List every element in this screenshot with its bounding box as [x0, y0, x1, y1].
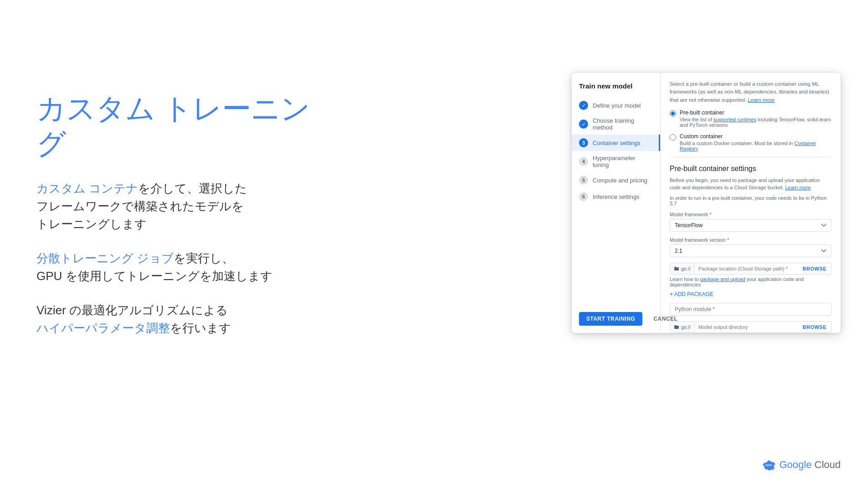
custom-radio-content: Custom container Build a custom Docker c… [680, 133, 832, 151]
step5-label: Compute and pricing [593, 177, 647, 184]
step1-check-icon: ✓ [579, 101, 588, 110]
package-upload-link[interactable]: package and upload [700, 276, 745, 282]
package-learn-text: Learn how to package and upload your app… [670, 276, 832, 287]
sidebar-item-compute-pricing[interactable]: 5 Compute and pricing [572, 172, 660, 188]
framework-label: Model framework * [670, 212, 832, 217]
folder-icon [674, 266, 679, 271]
package-location-wrapper: gs:// BROWSE [670, 263, 832, 275]
start-training-button[interactable]: START TRAINING [579, 312, 642, 326]
hyperparameter-link[interactable]: ハイパーパラメータ調整 [36, 321, 170, 335]
output-browse-button[interactable]: BROWSE [798, 322, 832, 333]
sidebar-item-training-method[interactable]: ✓ Choose training method [572, 114, 660, 135]
python-module-input[interactable] [670, 303, 832, 316]
google-cloud-logo: Google Cloud [762, 459, 841, 471]
train-dialog: Train new model ✓ Define your model ✓ Ch… [572, 73, 841, 333]
dialog-main-content: Select a pre-built container or build a … [661, 73, 841, 333]
version-select[interactable]: 2.1 2.0 1.15 1.14 [670, 244, 832, 257]
info-text: Before you begin, you need to package an… [670, 177, 832, 192]
info-learn-more-link[interactable]: Learn more [785, 185, 811, 190]
section2: 分散トレーニング ジョブを実行し、 GPU を使用してトレーニングを加速します [36, 250, 319, 285]
sidebar-item-inference[interactable]: 6 Inference settings [572, 188, 660, 205]
section2-text: 分散トレーニング ジョブを実行し、 GPU を使用してトレーニングを加速します [36, 250, 319, 285]
step3-label: Container settings [593, 140, 641, 146]
step1-label: Define your model [593, 102, 641, 109]
sidebar-item-hyperparameter[interactable]: 4 Hyperparameter tuning [572, 151, 660, 172]
supported-runtimes-link[interactable]: supported runtimes [713, 117, 756, 122]
step6-num-icon: 6 [579, 192, 588, 201]
google-cloud-icon [762, 459, 775, 470]
section2-line2: GPU を使用してトレーニングを加速します [36, 269, 273, 283]
prebuilt-radio-option: Pre-built container View the list of sup… [670, 109, 832, 128]
prebuilt-radio[interactable] [670, 110, 676, 117]
left-content: カスタム トレーニング カスタム コンテナを介して、選択した フレームワークで構… [36, 91, 319, 354]
prebuilt-radio-content: Pre-built container View the list of sup… [680, 109, 832, 128]
custom-radio-option: Custom container Build a custom Docker c… [670, 133, 832, 151]
custom-radio[interactable] [670, 134, 676, 140]
main-title: カスタム トレーニング [36, 91, 319, 161]
package-gs-icon: gs:// [670, 263, 695, 274]
section1-line3: トレーニングします [36, 217, 147, 231]
container-description: Select a pre-built container or build a … [670, 80, 832, 104]
step2-label: Choose training method [593, 117, 653, 131]
step3-num-icon: 3 [579, 138, 588, 147]
sidebar-item-define-model[interactable]: ✓ Define your model [572, 97, 660, 114]
output-dir-input[interactable] [695, 322, 798, 333]
step4-label: Hyperparameter tuning [593, 155, 653, 168]
prebuilt-sublabel: View the list of supported runtimes incl… [680, 117, 832, 128]
section3-text: Vizier の最適化アルゴリズムによる ハイパーパラメータ調整を行います [36, 302, 319, 337]
framework-select[interactable]: TensorFlow scikit-learn PyTorch XGBoost [670, 219, 832, 232]
section1: カスタム コンテナを介して、選択した フレームワークで構築されたモデルを トレー… [36, 180, 319, 233]
cancel-button[interactable]: CANCEL [646, 312, 685, 326]
section2-suffix: を実行し、 [174, 251, 234, 265]
top-learn-more-link[interactable]: Learn more [748, 97, 775, 103]
google-text: Google Cloud [779, 459, 841, 471]
step4-num-icon: 4 [579, 157, 588, 166]
distributed-training-link[interactable]: 分散トレーニング ジョブ [36, 251, 174, 265]
python-note: In order to run in a pre-built container… [670, 195, 832, 206]
prebuilt-label: Pre-built container [680, 109, 832, 116]
package-browse-button[interactable]: BROWSE [798, 263, 832, 274]
package-location-input[interactable] [695, 263, 798, 274]
step2-check-icon: ✓ [579, 120, 588, 129]
prebuilt-settings-heading: Pre-built container settings [670, 165, 832, 173]
add-package-button[interactable]: + ADD PACKAGE [670, 291, 713, 297]
custom-container-link[interactable]: カスタム コンテナ [36, 182, 138, 195]
section1-line2: フレームワークで構築されたモデルを [36, 199, 244, 213]
custom-sublabel: Build a custom Docker container. Must be… [680, 140, 832, 151]
dialog-title: Train new model [572, 82, 660, 97]
sidebar-item-container-settings[interactable]: 3 Container settings [572, 135, 660, 151]
section1-text: カスタム コンテナを介して、選択した フレームワークで構築されたモデルを トレー… [36, 180, 319, 233]
section1-line1-suffix: を介して、選択した [138, 182, 247, 195]
output-dir-wrapper: gs:// BROWSE [670, 321, 832, 333]
step6-label: Inference settings [593, 193, 640, 200]
section3-line1: Vizier の最適化アルゴリズムによる [36, 303, 228, 317]
dialog-sidebar: Train new model ✓ Define your model ✓ Ch… [572, 73, 661, 333]
section3: Vizier の最適化アルゴリズムによる ハイパーパラメータ調整を行います [36, 302, 319, 337]
section3-suffix: を行います [170, 321, 231, 335]
step5-num-icon: 5 [579, 176, 588, 185]
custom-label: Custom container [680, 133, 832, 140]
version-label: Model framework version * [670, 237, 832, 243]
action-buttons: START TRAINING CANCEL [579, 312, 685, 326]
divider [670, 157, 832, 157]
